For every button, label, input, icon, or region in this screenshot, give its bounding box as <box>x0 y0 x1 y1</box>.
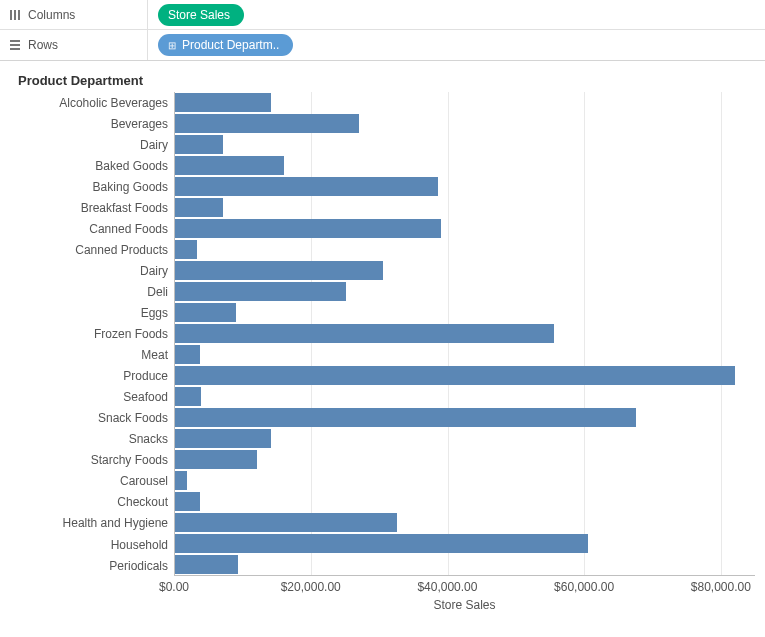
bar-row <box>175 197 755 218</box>
bar[interactable] <box>175 177 438 195</box>
chart-area: Product Department Alcoholic BeveragesBe… <box>0 61 765 612</box>
bar-row <box>175 323 755 344</box>
bar[interactable] <box>175 156 284 174</box>
bar[interactable] <box>175 429 271 447</box>
expand-icon[interactable]: ⊞ <box>168 40 176 51</box>
rows-shelf-pills[interactable]: ⊞ Product Departm.. <box>148 34 293 56</box>
bar-row <box>175 239 755 260</box>
rows-shelf-label: Rows <box>28 38 58 52</box>
rows-shelf[interactable]: Rows ⊞ Product Departm.. <box>0 30 765 60</box>
chart-body: Alcoholic BeveragesBeveragesDairyBaked G… <box>10 92 755 576</box>
y-tick-label: Carousel <box>10 471 174 492</box>
y-tick-label: Frozen Foods <box>10 324 174 345</box>
y-tick-label: Breakfast Foods <box>10 197 174 218</box>
x-tick-label: $60,000.00 <box>554 580 614 594</box>
bar[interactable] <box>175 366 735 384</box>
x-tick-label: $80,000.00 <box>691 580 751 594</box>
bar[interactable] <box>175 198 223 216</box>
y-tick-label: Produce <box>10 366 174 387</box>
bar[interactable] <box>175 114 359 132</box>
x-axis-ticks: $0.00$20,000.00$40,000.00$60,000.00$80,0… <box>174 576 755 596</box>
rows-icon <box>8 38 22 52</box>
bar[interactable] <box>175 135 223 153</box>
y-tick-label: Starchy Foods <box>10 450 174 471</box>
svg-rect-5 <box>10 48 20 50</box>
bar[interactable] <box>175 471 187 489</box>
bar[interactable] <box>175 303 236 321</box>
y-tick-label: Baking Goods <box>10 176 174 197</box>
x-tick-label: $40,000.00 <box>417 580 477 594</box>
bar-row <box>175 533 755 554</box>
bar[interactable] <box>175 534 588 552</box>
x-tick-label: $0.00 <box>159 580 189 594</box>
y-tick-label: Seafood <box>10 387 174 408</box>
plot-area[interactable] <box>174 92 755 576</box>
bar[interactable] <box>175 261 383 279</box>
bar[interactable] <box>175 450 257 468</box>
columns-pill-store-sales[interactable]: Store Sales <box>158 4 244 26</box>
y-tick-label: Alcoholic Beverages <box>10 92 174 113</box>
x-tick-label: $20,000.00 <box>281 580 341 594</box>
bar[interactable] <box>175 345 200 363</box>
svg-rect-3 <box>10 40 20 42</box>
y-axis-labels: Alcoholic BeveragesBeveragesDairyBaked G… <box>10 92 174 576</box>
y-tick-label: Checkout <box>10 492 174 513</box>
bar-row <box>175 344 755 365</box>
columns-shelf[interactable]: Columns Store Sales <box>0 0 765 30</box>
pill-label: Store Sales <box>168 8 230 22</box>
bar[interactable] <box>175 93 271 111</box>
y-tick-label: Eggs <box>10 302 174 323</box>
bar-row <box>175 365 755 386</box>
bars-container <box>175 92 755 575</box>
bar[interactable] <box>175 240 197 258</box>
y-tick-label: Canned Products <box>10 239 174 260</box>
y-tick-label: Meat <box>10 345 174 366</box>
y-tick-label: Household <box>10 534 174 555</box>
bar[interactable] <box>175 513 397 531</box>
y-tick-label: Periodicals <box>10 555 174 576</box>
svg-rect-2 <box>18 10 20 20</box>
bar-row <box>175 302 755 323</box>
bar-row <box>175 386 755 407</box>
columns-shelf-pills[interactable]: Store Sales <box>148 4 244 26</box>
bar[interactable] <box>175 324 554 342</box>
bar-row <box>175 281 755 302</box>
bar-row <box>175 470 755 491</box>
y-tick-label: Beverages <box>10 113 174 134</box>
svg-rect-4 <box>10 44 20 46</box>
y-tick-label: Baked Goods <box>10 155 174 176</box>
y-tick-label: Health and Hygiene <box>10 513 174 534</box>
bar-row <box>175 155 755 176</box>
y-tick-label: Dairy <box>10 134 174 155</box>
bar[interactable] <box>175 219 441 237</box>
chart-title: Product Department <box>10 69 755 92</box>
bar-row <box>175 176 755 197</box>
bar[interactable] <box>175 387 201 405</box>
bar-row <box>175 92 755 113</box>
x-axis-label: Store Sales <box>174 596 755 612</box>
bar[interactable] <box>175 555 238 573</box>
bar-row <box>175 512 755 533</box>
bar-row <box>175 491 755 512</box>
y-tick-label: Snack Foods <box>10 408 174 429</box>
columns-shelf-label: Columns <box>28 8 75 22</box>
bar[interactable] <box>175 408 636 426</box>
shelves-panel: Columns Store Sales Rows ⊞ Product Depar… <box>0 0 765 61</box>
bar-row <box>175 554 755 575</box>
y-tick-label: Deli <box>10 281 174 302</box>
bar-row <box>175 407 755 428</box>
rows-pill-product-department[interactable]: ⊞ Product Departm.. <box>158 34 293 56</box>
pill-label: Product Departm.. <box>182 38 279 52</box>
bar-row <box>175 218 755 239</box>
y-tick-label: Snacks <box>10 429 174 450</box>
svg-rect-1 <box>14 10 16 20</box>
bar[interactable] <box>175 492 200 510</box>
bar-row <box>175 113 755 134</box>
bar-row <box>175 134 755 155</box>
svg-rect-0 <box>10 10 12 20</box>
bar-row <box>175 260 755 281</box>
columns-icon <box>8 8 22 22</box>
columns-shelf-label-cell: Columns <box>0 0 148 29</box>
bar-row <box>175 449 755 470</box>
bar[interactable] <box>175 282 346 300</box>
